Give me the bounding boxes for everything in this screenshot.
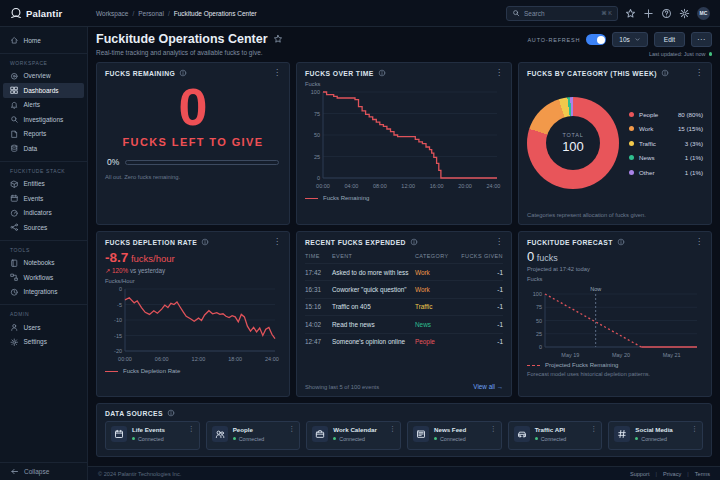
column-header: EVENT xyxy=(332,253,415,259)
footer-link-privacy[interactable]: Privacy xyxy=(663,471,681,477)
breadcrumb-item[interactable]: Workspace xyxy=(96,10,128,17)
last-updated-text: Last updated: Just now xyxy=(649,51,706,57)
data-source-status: Connected xyxy=(132,436,165,442)
search-input[interactable]: Search ⌘ K xyxy=(506,6,618,21)
sidebar-item-indicators[interactable]: Indicators xyxy=(0,206,87,221)
footer-link-support[interactable]: Support xyxy=(630,471,650,477)
svg-text:12:00: 12:00 xyxy=(192,356,206,362)
sidebar-item-workflows[interactable]: Workflows xyxy=(0,270,87,285)
kebab-menu-icon[interactable]: ⋮ xyxy=(288,425,295,433)
kebab-menu-icon[interactable]: ⋮ xyxy=(273,69,281,77)
legend-label: Projected Fucks Remaining xyxy=(545,362,618,368)
sidebar-item-alerts[interactable]: Alerts xyxy=(0,98,87,113)
kebab-menu-icon[interactable]: ⋮ xyxy=(188,425,195,433)
legend-label: Fucks Depletion Rate xyxy=(123,368,180,374)
sidebar-item-sources[interactable]: Sources xyxy=(0,220,87,235)
data-source-info: Social MediaConnected xyxy=(635,426,672,445)
favorite-star-icon[interactable] xyxy=(273,34,283,44)
sidebar-item-settings[interactable]: Settings xyxy=(0,335,87,350)
svg-text:100: 100 xyxy=(533,291,542,297)
kebab-menu-icon[interactable]: ⋮ xyxy=(695,69,703,77)
sidebar-item-reports[interactable]: Reports xyxy=(0,127,87,142)
svg-text:08:00: 08:00 xyxy=(373,183,387,189)
arrow-left-icon xyxy=(10,467,19,476)
info-icon[interactable] xyxy=(167,409,175,417)
gear-icon[interactable] xyxy=(679,8,690,19)
fucks-given-value: -1 xyxy=(457,338,503,345)
sidebar-item-notebooks[interactable]: Notebooks xyxy=(0,256,87,271)
kebab-menu-icon[interactable]: ⋮ xyxy=(495,238,503,246)
data-source-icon-box xyxy=(212,426,228,442)
sidebar-item-events[interactable]: Events xyxy=(0,191,87,206)
sidebar-item-label: Reports xyxy=(24,130,47,137)
card-title: FUCKS BY CATEGORY (THIS WEEK) xyxy=(527,70,657,77)
legend-line-icon xyxy=(305,198,318,199)
edit-button[interactable]: Edit xyxy=(654,32,685,47)
star-icon[interactable] xyxy=(625,8,636,19)
sidebar-item-overview[interactable]: Overview xyxy=(0,69,87,84)
sidebar-item-users[interactable]: Users xyxy=(0,320,87,335)
sidebar-item-investigations[interactable]: Investigations xyxy=(0,112,87,127)
info-icon[interactable] xyxy=(661,69,669,77)
sidebar-item-data[interactable]: Data xyxy=(0,141,87,156)
status-dot-icon xyxy=(233,437,236,440)
sidebar-item-integrations[interactable]: Integrations xyxy=(0,285,87,300)
sidebar-item-label: Dashboards xyxy=(24,87,59,94)
data-source-people[interactable]: PeopleConnected⋮ xyxy=(206,421,301,450)
data-source-news-feed[interactable]: News FeedConnected⋮ xyxy=(407,421,502,450)
fucks-given-value: -1 xyxy=(457,269,503,276)
kebab-menu-icon[interactable]: ⋮ xyxy=(389,425,396,433)
table-row[interactable]: 16:31Coworker "quick question"Work-1 xyxy=(305,280,503,297)
kebab-menu-icon[interactable]: ⋮ xyxy=(495,69,503,77)
palantir-logo[interactable]: Palantir xyxy=(0,7,88,19)
more-options-button[interactable]: ⋯ xyxy=(691,32,712,47)
forecast-unit: fucks xyxy=(534,253,558,263)
view-all-link[interactable]: View all → xyxy=(473,383,503,390)
info-icon[interactable] xyxy=(617,238,625,246)
info-icon[interactable] xyxy=(201,238,209,246)
info-icon[interactable] xyxy=(179,69,187,77)
plus-icon[interactable] xyxy=(643,8,654,19)
data-source-work-calendar[interactable]: Work CalendarConnected⋮ xyxy=(306,421,401,450)
auto-refresh-toggle[interactable] xyxy=(586,34,606,45)
kebab-menu-icon[interactable]: ⋮ xyxy=(590,425,597,433)
legend-dot-icon xyxy=(629,170,634,175)
refresh-interval-select[interactable]: 10s xyxy=(612,32,647,47)
event-description: Traffic on 405 xyxy=(332,303,415,310)
kebab-menu-icon[interactable]: ⋮ xyxy=(691,425,698,433)
legend-label: People xyxy=(639,111,658,118)
event-time: 14:02 xyxy=(305,321,332,328)
data-source-social-media[interactable]: Social MediaConnected⋮ xyxy=(608,421,703,450)
user-avatar[interactable]: MC xyxy=(697,7,710,20)
sidebar-item-home[interactable]: Home xyxy=(0,33,87,48)
event-category: Work xyxy=(415,286,457,293)
info-icon[interactable] xyxy=(378,69,386,77)
kebab-menu-icon[interactable]: ⋮ xyxy=(273,238,281,246)
breadcrumb-item[interactable]: Personal xyxy=(138,10,164,17)
card-title: FUCKS DEPLETION RATE xyxy=(105,239,197,246)
data-source-traffic-api[interactable]: Traffic APIConnected⋮ xyxy=(508,421,603,450)
sidebar-section-label: ADMIN xyxy=(0,309,87,320)
legend-line-icon xyxy=(105,371,118,372)
forecast-note: Forecast model uses historical depletion… xyxy=(527,371,703,377)
fucks-remaining-note: All out. Zero fucks remaining. xyxy=(105,174,281,180)
help-icon[interactable] xyxy=(661,8,672,19)
table-row[interactable]: 12:47Someone's opinion onlinePeople-1 xyxy=(305,333,503,350)
data-source-life-events[interactable]: Life EventsConnected⋮ xyxy=(105,421,200,450)
table-row[interactable]: 14:02Read the newsNews-1 xyxy=(305,315,503,332)
svg-text:0: 0 xyxy=(317,175,320,181)
sidebar-item-dashboards[interactable]: Dashboards xyxy=(3,83,84,98)
svg-text:20:00: 20:00 xyxy=(458,183,472,189)
page-subtitle: Real-time tracking and analytics of avai… xyxy=(96,49,283,56)
kebab-menu-icon[interactable]: ⋮ xyxy=(695,238,703,246)
legend-value: 15 (15%) xyxy=(678,125,703,132)
table-row[interactable]: 17:42Asked to do more with lessWork-1 xyxy=(305,263,503,280)
sidebar-item-label: Workflows xyxy=(24,274,54,281)
info-icon[interactable] xyxy=(410,238,418,246)
table-row[interactable]: 15:16Traffic on 405Traffic-1 xyxy=(305,298,503,315)
footer-link-terms[interactable]: Terms xyxy=(695,471,710,477)
kebab-menu-icon[interactable]: ⋮ xyxy=(490,425,497,433)
sidebar-item-entities[interactable]: Entities xyxy=(0,177,87,192)
breadcrumb-item[interactable]: Fuckitude Operations Center xyxy=(174,10,257,17)
sidebar-collapse-button[interactable]: Collapse xyxy=(0,462,87,480)
